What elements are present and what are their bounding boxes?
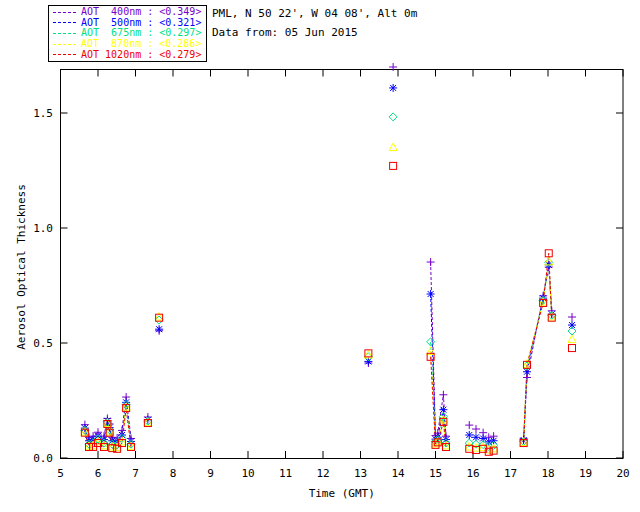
- marker-square: [569, 345, 576, 352]
- x-tick-label: 8: [170, 467, 177, 480]
- aot-plot-window: AOT 400nm : <0.349>AOT 500nm : <0.321>AO…: [0, 0, 640, 512]
- x-tick-label: 11: [279, 467, 292, 480]
- x-tick-label: 14: [391, 467, 405, 480]
- marker-triangle: [568, 335, 576, 343]
- marker-plus: [472, 425, 480, 433]
- legend-label: AOT 500nm : <0.321>: [81, 18, 201, 28]
- series-line-870nm: [524, 261, 552, 442]
- y-tick-label: 1.5: [33, 107, 53, 120]
- marker-asterisk: [523, 368, 531, 376]
- marker-plus: [439, 391, 447, 399]
- x-tick-label: 6: [95, 467, 102, 480]
- legend-dash-sample: [53, 44, 76, 45]
- marker-asterisk: [427, 290, 435, 298]
- x-axis-title: Time (GMT): [309, 487, 375, 500]
- x-tick-label: 18: [541, 467, 554, 480]
- marker-asterisk: [94, 432, 102, 440]
- series-line-500nm: [524, 265, 552, 440]
- series-line-675nm: [524, 263, 552, 442]
- legend-label: AOT 1020nm : <0.279>: [81, 50, 201, 60]
- x-tick-label: 15: [429, 467, 442, 480]
- marker-asterisk: [568, 321, 576, 329]
- legend-item-400nm: AOT 400nm : <0.349>: [51, 7, 204, 17]
- x-tick-label: 17: [504, 467, 517, 480]
- x-tick-label: 13: [354, 467, 367, 480]
- y-tick-label: 0.5: [33, 337, 53, 350]
- marker-asterisk: [389, 84, 397, 92]
- marker-plus: [465, 421, 473, 429]
- series-line-1020nm: [524, 253, 552, 443]
- legend-dash-sample: [53, 22, 76, 23]
- x-tick-label: 10: [241, 467, 254, 480]
- x-tick-label: 19: [579, 467, 592, 480]
- title-block: PML, N 50 22', W 04 08', Alt 0m Data fro…: [212, 4, 417, 42]
- legend-dash-sample: [53, 54, 76, 55]
- legend-label: AOT 400nm : <0.349>: [81, 7, 201, 17]
- marker-plus: [568, 313, 576, 321]
- x-tick-label: 9: [207, 467, 214, 480]
- legend-dash-sample: [53, 33, 76, 34]
- series-line-400nm: [524, 267, 552, 438]
- legend-label: AOT 870nm : <0.286>: [81, 39, 201, 49]
- legend-label: AOT 675nm : <0.297>: [81, 28, 201, 38]
- x-tick-label: 12: [316, 467, 329, 480]
- legend-item-1020nm: AOT 1020nm : <0.279>: [51, 50, 204, 60]
- marker-triangle: [389, 143, 397, 151]
- marker-square: [390, 162, 397, 169]
- legend-item-675nm: AOT 675nm : <0.297>: [51, 28, 204, 38]
- legend-item-500nm: AOT 500nm : <0.321>: [51, 18, 204, 28]
- y-tick-label: 0.0: [33, 452, 53, 465]
- marker-diamond: [389, 113, 397, 121]
- marker-asterisk: [155, 325, 163, 333]
- plot-title: PML, N 50 22', W 04 08', Alt 0m: [212, 4, 417, 23]
- x-tick-label: 7: [132, 467, 139, 480]
- chart-canvas: 5678910111213141516171819200.00.51.01.5T…: [0, 0, 640, 512]
- y-axis-title: Aerosol Optical Thickness: [15, 184, 28, 350]
- legend-dash-sample: [53, 12, 76, 13]
- plot-frame: [61, 70, 624, 459]
- x-tick-label: 20: [616, 467, 629, 480]
- marker-plus: [427, 258, 435, 266]
- y-tick-label: 1.0: [33, 222, 53, 235]
- x-tick-label: 16: [466, 467, 479, 480]
- x-tick-label: 5: [57, 467, 64, 480]
- plot-subtitle: Data from: 05 Jun 2015: [212, 23, 417, 42]
- legend-item-870nm: AOT 870nm : <0.286>: [51, 39, 204, 49]
- legend-box: AOT 400nm : <0.349>AOT 500nm : <0.321>AO…: [48, 5, 207, 62]
